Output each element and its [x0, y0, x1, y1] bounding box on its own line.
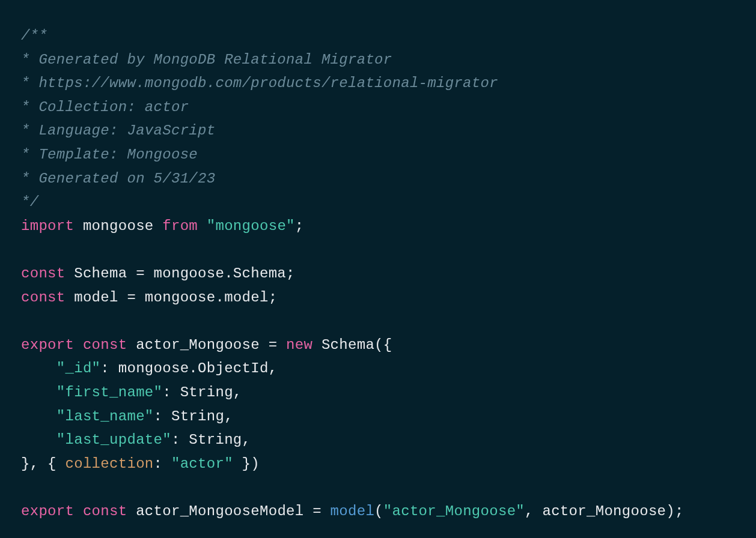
const-keyword: const [21, 265, 66, 282]
comment-line: * Template: Mongoose [21, 147, 198, 163]
comment-line: /** [21, 28, 47, 44]
field-last-name-type: : String, [154, 408, 233, 425]
import-module: "mongoose" [207, 218, 295, 234]
comment-line: * Generated on 5/31/23 [21, 171, 215, 187]
collection-property: collection [66, 456, 154, 472]
const-keyword: const [83, 337, 127, 353]
field-last-name: "last_name" [56, 408, 154, 425]
model-function: model [331, 503, 375, 519]
export-keyword: export [21, 503, 74, 519]
semicolon: ; [295, 218, 304, 234]
model-arg2: , actor_Mongoose); [525, 503, 684, 519]
comment-line: * Language: JavaScript [21, 122, 215, 139]
comment-line: * https://www.mongodb.com/products/relat… [21, 75, 498, 91]
model-var-name: actor_MongooseModel = [136, 503, 330, 519]
field-last-update-type: : String, [171, 432, 251, 448]
actor-mongoose-name: actor_Mongoose = [136, 337, 286, 353]
field-id-type: : mongoose.ObjectId, [100, 360, 277, 376]
field-id: "_id" [56, 360, 101, 376]
const-keyword: const [21, 289, 66, 306]
close-brace: }, { [21, 456, 66, 472]
schema-declaration: Schema = mongoose.Schema; [74, 265, 295, 282]
close-paren: }) [233, 456, 260, 472]
export-keyword: export [21, 337, 74, 353]
collection-value: "actor" [171, 456, 233, 472]
schema-call: Schema({ [312, 337, 392, 353]
field-first-name-type: : String, [162, 384, 242, 400]
code-block: /** * Generated by MongoDB Relational Mi… [21, 24, 735, 523]
comment-line: * Collection: actor [21, 99, 189, 115]
from-keyword: from [162, 218, 198, 234]
model-declaration: model = mongoose.model; [74, 289, 277, 306]
import-name: mongoose [83, 218, 154, 234]
import-keyword: import [21, 218, 74, 234]
const-keyword: const [83, 503, 127, 519]
comment-line: */ [21, 194, 38, 210]
field-last-update: "last_update" [56, 432, 171, 448]
open-paren: ( [374, 503, 383, 519]
collection-value-prefix: : [154, 456, 171, 472]
model-arg1: "actor_Mongoose" [383, 503, 525, 519]
comment-line: * Generated by MongoDB Relational Migrat… [21, 52, 392, 68]
new-keyword: new [286, 337, 312, 353]
field-first-name: "first_name" [56, 384, 162, 400]
